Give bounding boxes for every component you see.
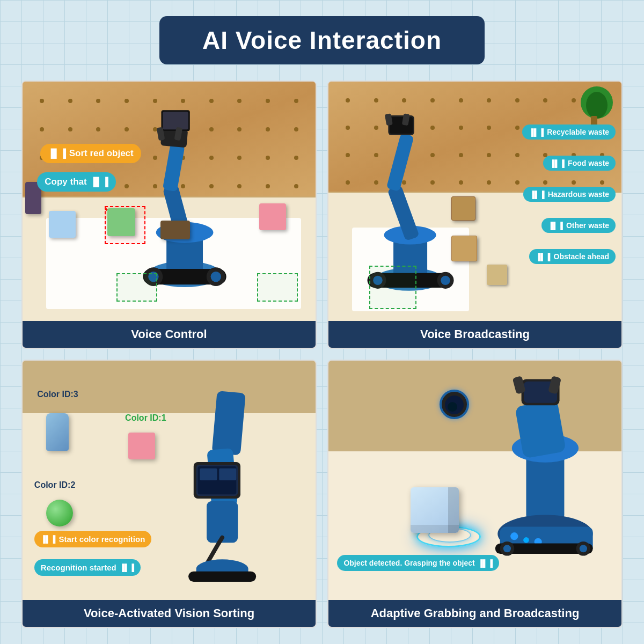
svg-rect-42	[515, 400, 566, 459]
object-detected-bubble: Object detected. Grasping the object ▐▌▐	[337, 555, 499, 571]
svg-rect-36	[219, 469, 237, 480]
voice-control-image: + ▐▌▐ Sort red object Copy that ▐▌▐	[23, 82, 316, 321]
svg-point-14	[211, 272, 221, 282]
adaptive-grabbing-label: Adaptive Grabbing and Broadcasting	[328, 600, 621, 627]
start-recognition-bubble: ▐▌▐ Start color recognition	[34, 531, 152, 547]
other-waste-bubble: ▐▌▐ Other waste	[541, 218, 616, 233]
svg-rect-29	[212, 391, 246, 456]
svg-rect-19	[386, 133, 414, 192]
voice-control-cell: + ▐▌▐ Sort red object Copy that ▐▌▐	[21, 80, 317, 349]
svg-rect-45	[513, 376, 526, 394]
svg-rect-7	[163, 112, 188, 129]
adaptive-grabbing-cell: Object detected. Grasping the object ▐▌▐…	[327, 360, 623, 628]
sort-bubble: ▐▌▐ Sort red object	[40, 144, 141, 163]
vision-sorting-cell: Color ID:3 Color ID:1 Color ID:2	[21, 360, 317, 628]
svg-rect-39	[188, 572, 256, 582]
vision-sorting-label: Voice-Activated Vision Sorting	[23, 600, 316, 627]
svg-point-54	[503, 545, 511, 552]
title-box: AI Voice Interaction	[159, 16, 485, 64]
content-grid: + ▐▌▐ Sort red object Copy that ▐▌▐	[21, 80, 623, 628]
svg-rect-4	[163, 143, 185, 192]
svg-point-56	[580, 545, 587, 552]
svg-point-50	[523, 537, 529, 543]
food-bubble: ▐▌▐ Food waste	[543, 156, 616, 171]
wave-icon-sort: ▐▌▐	[48, 149, 66, 158]
voice-broadcasting-cell: ▐▌▐ Recyclable waste ▐▌▐ Food waste ▐▌▐ …	[327, 80, 623, 349]
vision-sorting-image: Color ID:3 Color ID:1 Color ID:2	[23, 361, 316, 600]
voice-broadcasting-image: ▐▌▐ Recyclable waste ▐▌▐ Food waste ▐▌▐ …	[328, 82, 621, 321]
copy-bubble: Copy that ▐▌▐	[37, 172, 115, 192]
svg-rect-22	[385, 113, 393, 126]
color-id-3-label: Color ID:3	[37, 390, 78, 399]
svg-point-49	[510, 532, 518, 540]
wave-icon-copy: ▐▌▐	[90, 177, 108, 187]
voice-control-label: Voice Control	[23, 321, 316, 348]
adaptive-grabbing-image: Object detected. Grasping the object ▐▌▐	[328, 361, 621, 600]
recognition-started-bubble: Recognition started ▐▌▐	[34, 559, 141, 576]
recyclable-bubble: ▐▌▐ Recyclable waste	[522, 125, 616, 140]
voice-broadcasting-label: Voice Broadcasting	[328, 321, 621, 348]
svg-rect-35	[200, 469, 217, 480]
page-title: AI Voice Interaction	[202, 26, 442, 55]
obstacle-bubble: ▐▌▐ Obstacle ahead	[529, 249, 616, 264]
color-id-2-label: Color ID:2	[34, 480, 75, 490]
hazardous-bubble: ▐▌▐ Hazardous waste	[523, 187, 616, 202]
svg-rect-21	[390, 117, 413, 134]
svg-point-28	[441, 276, 450, 285]
